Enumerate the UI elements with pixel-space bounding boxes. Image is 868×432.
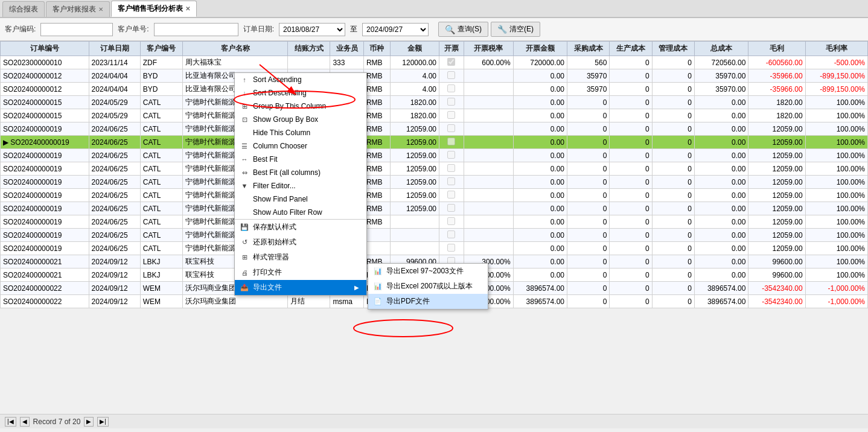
menu-label: Show Find Panel: [253, 195, 308, 203]
menu-item-export-container: 📤 导出文件 ▶ 📊 导出Excel 97~2003文件 📊 导出Excel 2…: [235, 280, 366, 295]
group-icon: ⊞: [240, 103, 249, 110]
export-icon: 📤: [240, 284, 249, 291]
bestfit-all-icon: ⇔: [240, 169, 249, 177]
menu-label: 还原初始样式: [253, 237, 296, 247]
menu-item-save-style[interactable]: 💾 保存默认样式: [235, 219, 366, 235]
group-box-icon: ⊡: [240, 116, 249, 124]
menu-label: Show Group By Box: [253, 115, 318, 124]
menu-label: Hide This Column: [253, 129, 310, 137]
menu-label: Group By This Column: [253, 102, 326, 110]
menu-label: Best Fit: [253, 155, 278, 164]
menu-label: 导出文件: [253, 282, 282, 293]
menu-label: Column Chooser: [253, 142, 307, 150]
menu-item-best-fit-all[interactable]: ⇔ Best Fit (all columns): [235, 166, 366, 179]
filter-icon: ▼: [240, 182, 249, 189]
submenu-label: 导出Excel 97~2003文件: [386, 266, 464, 276]
menu-item-column-chooser[interactable]: ☰ Column Chooser: [235, 139, 366, 153]
menu-item-sort-descending[interactable]: ↓ Sort Descending: [235, 86, 366, 100]
col-chooser-icon: ☰: [240, 142, 249, 150]
menu-label: 保存默认样式: [253, 222, 296, 232]
menu-label: Sort Descending: [253, 89, 307, 97]
excel-new-icon: 📊: [373, 282, 383, 290]
menu-label: Sort Ascending: [253, 75, 302, 84]
menu-item-show-find-panel[interactable]: Show Find Panel: [235, 192, 366, 206]
submenu-label: 导出PDF文件: [386, 296, 430, 307]
submenu-item-excel-old[interactable]: 📊 导出Excel 97~2003文件: [368, 264, 488, 279]
submenu-item-pdf[interactable]: 📄 导出PDF文件: [368, 294, 488, 309]
style-mgr-icon: ⊞: [240, 253, 249, 261]
submenu-arrow-icon: ▶: [354, 284, 359, 291]
pdf-icon: 📄: [373, 297, 383, 305]
context-menu: ↑ Sort Ascending ↓ Sort Descending ⊞ Gro…: [234, 72, 367, 296]
menu-item-print[interactable]: 🖨 打印文件: [235, 265, 366, 280]
menu-label: 样式管理器: [253, 252, 289, 262]
menu-label: Show Auto Filter Row: [253, 208, 322, 217]
menu-item-filter-editor[interactable]: ▼ Filter Editor...: [235, 179, 366, 192]
submenu-label: 导出Excel 2007或以上版本: [386, 281, 473, 291]
menu-item-export[interactable]: 📤 导出文件 ▶: [235, 280, 366, 295]
menu-item-restore-style[interactable]: ↺ 还原初始样式: [235, 235, 366, 250]
export-submenu: 📊 导出Excel 97~2003文件 📊 导出Excel 2007或以上版本 …: [368, 263, 488, 310]
save-style-icon: 💾: [240, 223, 249, 231]
menu-item-show-group-by-box[interactable]: ⊡ Show Group By Box: [235, 113, 366, 126]
menu-label: 打印文件: [253, 267, 282, 278]
menu-item-show-auto-filter[interactable]: Show Auto Filter Row: [235, 206, 366, 219]
print-icon: 🖨: [240, 269, 249, 276]
menu-item-best-fit[interactable]: ↔ Best Fit: [235, 153, 366, 166]
context-menu-overlay[interactable]: ↑ Sort Ascending ↓ Sort Descending ⊞ Gro…: [0, 0, 868, 432]
sort-asc-icon: ↑: [240, 76, 249, 83]
menu-item-sort-ascending[interactable]: ↑ Sort Ascending: [235, 73, 366, 86]
menu-item-hide-column[interactable]: Hide This Column: [235, 126, 366, 139]
restore-style-icon: ↺: [240, 238, 249, 246]
bestfit-icon: ↔: [240, 156, 249, 163]
sort-desc-icon: ↓: [240, 89, 249, 97]
submenu-item-excel-new[interactable]: 📊 导出Excel 2007或以上版本: [368, 279, 488, 294]
menu-label: Filter Editor...: [253, 182, 296, 190]
menu-item-group-by-column[interactable]: ⊞ Group By This Column: [235, 100, 366, 113]
excel-old-icon: 📊: [373, 267, 383, 275]
menu-label: Best Fit (all columns): [253, 168, 321, 177]
menu-item-style-manager[interactable]: ⊞ 样式管理器: [235, 250, 366, 265]
